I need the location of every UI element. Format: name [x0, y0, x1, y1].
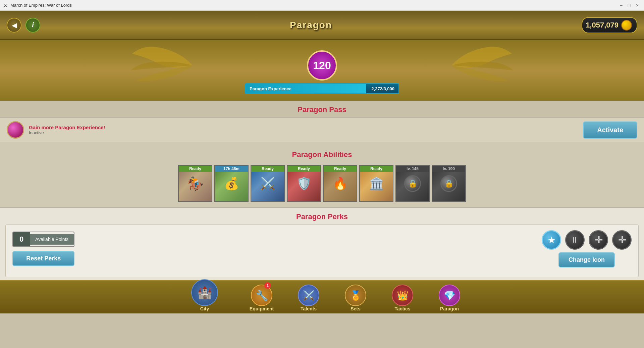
plus-symbol-1: ✛	[595, 235, 602, 246]
ability-label-5: Ready	[324, 166, 357, 172]
perks-content: 0 Available Points Reset Perks ★ ⏸ ✛	[5, 225, 639, 277]
ability-label-4: Ready	[287, 166, 320, 172]
pass-status: Inactive	[29, 130, 105, 135]
ability-label-7: lv. 145	[396, 166, 429, 172]
nav-label-talents: Talents	[301, 306, 317, 311]
minimize-button[interactable]: −	[618, 2, 625, 9]
paragon-level: 120	[313, 59, 331, 72]
points-number: 0	[13, 232, 30, 246]
xp-bar-value: 2,372/3,000	[371, 86, 394, 91]
wings-left-decoration	[129, 44, 196, 87]
ability-label-8: lv. 190	[432, 166, 465, 172]
paragon-nav-icon: 💎	[444, 290, 455, 301]
perk-icons-row: ★ ⏸ ✛ ✛	[542, 230, 632, 250]
abilities-header: Paragon Abilities	[0, 146, 644, 162]
app-header: ◀ i Paragon 1,057,079	[0, 11, 644, 40]
sets-icon: 🏅	[350, 290, 362, 301]
title-bar-controls: − □ ×	[618, 2, 641, 9]
nav-item-tactics[interactable]: 👑 Tactics	[379, 281, 426, 313]
equipment-badge: 1	[264, 282, 271, 289]
nav-label-tactics: Tactics	[394, 306, 410, 311]
abilities-grid: Ready 17h 46m Ready Ready	[0, 165, 644, 202]
perk-icon-plus1[interactable]: ✛	[589, 230, 608, 250]
talents-icon: ⚔️	[303, 290, 315, 301]
perk-icon-pause[interactable]: ⏸	[565, 230, 585, 250]
wings-right-decoration	[448, 44, 515, 87]
available-points-box: 0 Available Points	[12, 232, 74, 247]
reset-perks-button[interactable]: Reset Perks	[12, 251, 74, 266]
perks-header: Paragon Perks	[0, 208, 644, 225]
nav-label-city: City	[200, 306, 209, 311]
pass-orb-icon	[7, 121, 24, 139]
ability-card-8[interactable]: lv. 190 🔒	[432, 165, 466, 202]
nav-item-city[interactable]: 🏰 City	[171, 281, 238, 313]
ability-card-4[interactable]: Ready	[287, 165, 321, 202]
equipment-icon: 🔧	[256, 290, 268, 301]
paragon-pass-header: Paragon Pass	[0, 101, 644, 117]
ability-card-5[interactable]: Ready	[323, 165, 357, 202]
ability-card-6[interactable]: Ready	[359, 165, 393, 202]
header-title: Paragon	[290, 20, 332, 31]
lock-icon-7: 🔒	[404, 175, 421, 192]
header-left: ◀ i	[7, 18, 40, 33]
pass-section: Gain more Paragon Experience! Inactive A…	[0, 117, 644, 142]
ability-card-2[interactable]: 17h 46m	[214, 165, 249, 202]
pass-left: Gain more Paragon Experience! Inactive	[7, 121, 105, 139]
nav-label-paragon: Paragon	[440, 306, 459, 311]
info-button[interactable]: i	[25, 18, 40, 33]
nav-item-paragon[interactable]: 💎 Paragon	[426, 281, 473, 313]
perk-icon-plus2[interactable]: ✛	[612, 230, 632, 250]
currency-display: 1,057,079	[582, 17, 637, 33]
change-icon-button[interactable]: Change Icon	[558, 252, 615, 267]
nav-item-equipment[interactable]: 1 🔧 Equipment	[238, 281, 285, 313]
ability-label-3: Ready	[251, 166, 284, 172]
city-castle-icon: 🏰	[197, 286, 212, 300]
ability-label-6: Ready	[360, 166, 393, 172]
right-section: ★ ⏸ ✛ ✛ Change Icon	[542, 230, 632, 267]
perk-icon-star[interactable]: ★	[542, 230, 561, 250]
ability-label-2: 17h 46m	[215, 166, 248, 172]
title-bar-left: ⚔ March of Empires: War of Lords	[3, 3, 72, 8]
nav-label-equipment: Equipment	[250, 306, 274, 311]
points-label: Available Points	[30, 234, 74, 245]
maximize-button[interactable]: □	[626, 2, 633, 9]
banner-area: 120 Paragon Experience 2,372/3,000	[0, 40, 644, 101]
title-bar: ⚔ March of Empires: War of Lords − □ ×	[0, 0, 644, 11]
pass-description: Gain more Paragon Experience!	[29, 125, 105, 130]
tactics-icon: 👑	[397, 290, 409, 301]
back-icon: ◀	[12, 21, 17, 29]
ability-card-3[interactable]: Ready	[251, 165, 285, 202]
ability-card-7[interactable]: lv. 145 🔒	[395, 165, 430, 202]
perks-section: Paragon Perks 0 Available Points Reset P…	[0, 207, 644, 280]
lock-icon-8: 🔒	[440, 175, 457, 192]
paragon-level-badge: 120	[307, 50, 337, 81]
back-button[interactable]: ◀	[7, 18, 21, 33]
info-icon: i	[32, 21, 34, 29]
xp-bar-container: Paragon Experience 2,372/3,000	[245, 83, 399, 94]
ability-card-1[interactable]: Ready	[178, 165, 212, 202]
nav-label-sets: Sets	[351, 306, 361, 311]
bottom-nav: 🏰 City 1 🔧 Equipment ⚔️ Talents 🏅 S	[0, 280, 644, 313]
pass-info: Gain more Paragon Experience! Inactive	[29, 125, 105, 135]
ability-label-1: Ready	[179, 166, 212, 172]
abilities-section: Paragon Abilities Ready 17h 46m Ready Re…	[0, 142, 644, 207]
perks-top: 0 Available Points Reset Perks ★ ⏸ ✛	[12, 230, 632, 267]
window-title: March of Empires: War of Lords	[10, 3, 72, 8]
close-button[interactable]: ×	[634, 2, 641, 9]
plus-symbol-2: ✛	[618, 235, 626, 246]
currency-value: 1,057,079	[586, 21, 619, 30]
activate-button[interactable]: Activate	[583, 121, 637, 139]
coin-icon	[621, 20, 632, 31]
nav-item-talents[interactable]: ⚔️ Talents	[285, 281, 332, 313]
star-symbol: ★	[547, 235, 556, 246]
app-icon: ⚔	[3, 3, 8, 8]
bottom-nav-area: 🏰 City 1 🔧 Equipment ⚔️ Talents 🏅 S	[0, 280, 644, 313]
pause-symbol: ⏸	[571, 235, 579, 245]
nav-item-sets[interactable]: 🏅 Sets	[332, 281, 379, 313]
xp-bar-label: Paragon Experience	[250, 86, 291, 91]
